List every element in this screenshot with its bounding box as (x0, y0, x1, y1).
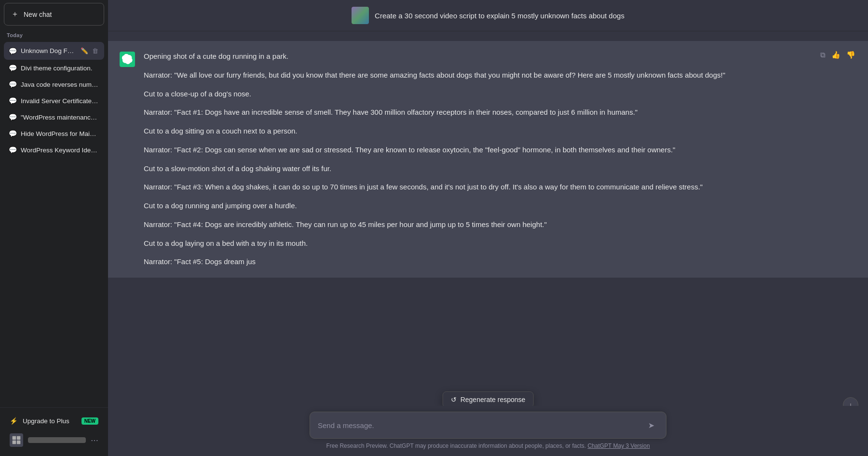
send-button[interactable]: ➤ (644, 418, 658, 432)
message-input[interactable] (318, 421, 644, 429)
input-box: ➤ (310, 412, 666, 439)
chat-icon: 💬 (9, 113, 17, 121)
cut-5: Cut to a dog laying on a bed with a toy … (144, 238, 856, 250)
prompt-thumbnail (352, 7, 369, 24)
chat-item-label: Divi theme configuration. (21, 65, 99, 72)
sidebar-item-hide-wordpress[interactable]: 💬 Hide WordPress for Maintenan (4, 125, 104, 142)
cut-1: Cut to a close-up of a dog's nose. (144, 88, 856, 100)
copy-icon[interactable]: ⧉ (819, 50, 827, 60)
plus-icon: ＋ (11, 9, 19, 19)
user-name (28, 437, 86, 443)
message-body: Opening shot of a cute dog running in a … (144, 51, 856, 268)
chat-item-label: "WordPress maintenance plug (21, 114, 99, 121)
cut-3: Cut to a slow-motion shot of a dog shaki… (144, 163, 856, 175)
svg-rect-2 (13, 441, 16, 444)
upgrade-button[interactable]: ⚡ Upgrade to Plus NEW (4, 413, 104, 429)
sidebar-item-java-code[interactable]: 💬 Java code reverses numbers. (4, 76, 104, 93)
header-prompt-text: Create a 30 second video script to expla… (375, 12, 624, 20)
message-actions: ⧉ 👍 👎 (819, 50, 856, 60)
user-row[interactable]: ⋯ (4, 429, 104, 451)
header-icon (352, 7, 369, 24)
footer-text: Free Research Preview. ChatGPT may produ… (310, 443, 666, 449)
svg-rect-0 (13, 436, 16, 440)
upgrade-label: Upgrade to Plus (23, 417, 69, 425)
sidebar-item-wordpress-maintenance[interactable]: 💬 "WordPress maintenance plug (4, 109, 104, 125)
svg-rect-3 (17, 441, 21, 444)
chat-icon: 💬 (9, 80, 17, 88)
chat-icon: 💬 (9, 146, 17, 154)
header-prompt: Create a 30 second video script to expla… (108, 0, 868, 31)
edit-icon[interactable]: ✏️ (80, 46, 89, 55)
chat-icon: 💬 (9, 97, 17, 105)
narrator-2: Narrator: "Fact #1: Dogs have an incredi… (144, 107, 856, 119)
regenerate-popup[interactable]: ↺ Regenerate response (443, 391, 534, 408)
main-content: Create a 30 second video script to expla… (108, 0, 868, 456)
chat-item-label: Invalid Server Certificate Error (21, 97, 99, 105)
send-icon: ➤ (648, 421, 654, 430)
assistant-avatar (120, 52, 135, 67)
chat-item-label: Unknown Dog Facts. (21, 47, 76, 54)
new-chat-button[interactable]: ＋ New chat (4, 3, 104, 26)
footer-link[interactable]: ChatGPT May 3 Version (587, 443, 650, 449)
regenerate-label: Regenerate response (461, 396, 526, 403)
narrator-5: Narrator: "Fact #4: Dogs are incredibly … (144, 219, 856, 231)
sidebar: ＋ New chat Today 💬 Unknown Dog Facts. ✏️… (0, 0, 108, 456)
upgrade-icon: ⚡ (10, 417, 18, 425)
chat-list: 💬 Unknown Dog Facts. ✏️ 🗑 💬 Divi theme c… (0, 40, 108, 407)
chat-actions: ✏️ 🗑 (80, 46, 99, 55)
chat-item-label: WordPress Keyword Ideas. (21, 147, 99, 154)
avatar (10, 433, 23, 447)
sidebar-item-wordpress-keyword[interactable]: 💬 WordPress Keyword Ideas. (4, 142, 104, 158)
narrator-4: Narrator: "Fact #3: When a dog shakes, i… (144, 181, 856, 193)
chat-item-label: Java code reverses numbers. (21, 81, 99, 88)
cut-2: Cut to a dog sitting on a couch next to … (144, 125, 856, 137)
today-label: Today (0, 28, 108, 40)
input-area: ➤ Free Research Preview. ChatGPT may pro… (108, 406, 868, 456)
thumbs-up-icon[interactable]: 👍 (830, 50, 841, 60)
sidebar-item-invalid-cert[interactable]: 💬 Invalid Server Certificate Error (4, 93, 104, 109)
chat-icon: 💬 (9, 130, 17, 137)
cut-4: Cut to a dog running and jumping over a … (144, 200, 856, 212)
more-options-icon[interactable]: ⋯ (91, 436, 98, 445)
footer-disclaimer: Free Research Preview. ChatGPT may produ… (326, 443, 586, 449)
delete-icon[interactable]: 🗑 (91, 46, 99, 55)
svg-rect-1 (17, 436, 21, 440)
chat-icon: 💬 (9, 64, 17, 72)
narrator-1: Narrator: "We all love our furry friends… (144, 69, 856, 81)
sidebar-bottom: ⚡ Upgrade to Plus NEW ⋯ (0, 407, 108, 456)
narrator-3: Narrator: "Fact #2: Dogs can sense when … (144, 144, 856, 156)
thumbs-down-icon[interactable]: 👎 (845, 50, 856, 60)
narrator-6-partial: Narrator: "Fact #5: Dogs dream jus (144, 256, 856, 268)
sidebar-item-unknown-dog-facts[interactable]: 💬 Unknown Dog Facts. ✏️ 🗑 (4, 42, 104, 60)
new-chat-label: New chat (24, 11, 52, 18)
opening-line: Opening shot of a cute dog running in a … (144, 51, 856, 63)
chat-icon: 💬 (9, 47, 17, 55)
chat-item-label: Hide WordPress for Maintenan (21, 130, 99, 137)
sidebar-item-divi-theme[interactable]: 💬 Divi theme configuration. (4, 60, 104, 76)
new-badge: NEW (81, 417, 98, 425)
regenerate-icon: ↺ (451, 396, 457, 403)
assistant-message: Opening shot of a cute dog running in a … (108, 41, 868, 278)
